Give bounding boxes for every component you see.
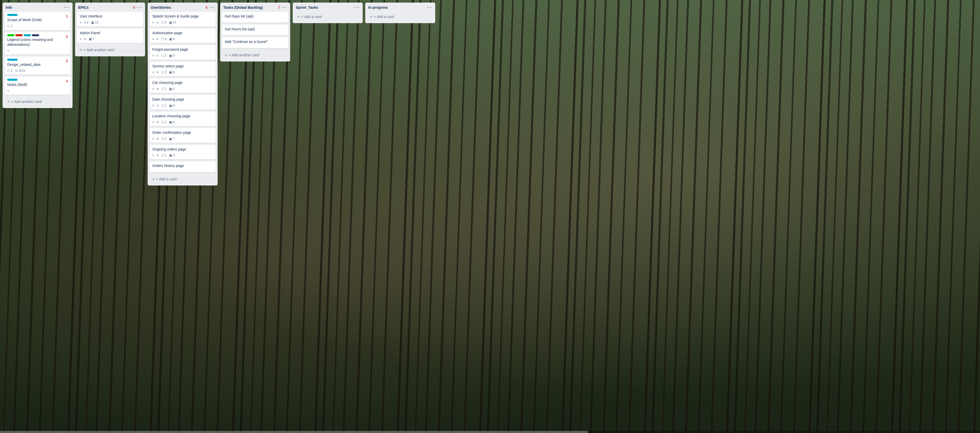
attach-icon: ⬡ xyxy=(7,69,10,73)
list-item[interactable]: 2Legend (colors meaning and abbreviation… xyxy=(5,32,70,54)
badge-attach: ⬡ 1 xyxy=(161,120,167,124)
add-card-btn-inprogress[interactable]: ++ Add a card xyxy=(367,12,433,21)
add-card-label: + Add another card xyxy=(11,100,42,103)
card-icon: ▣ xyxy=(169,70,172,74)
list-item[interactable]: Get Days list (api) xyxy=(222,12,288,23)
card-badges: ≡ ≡ ⬡ 2 ▣ 8 xyxy=(152,70,213,74)
card-number: 2 xyxy=(66,34,68,38)
column-header-inprogress: In progress··· xyxy=(365,3,435,12)
badge-hamburger: ≡ xyxy=(152,70,154,74)
column-menu-info[interactable]: ··· xyxy=(64,5,70,10)
column-body-info: 1Scope of Work (SoW) ⬡ 1 2Legend (colors… xyxy=(3,12,73,97)
badge-value: 4 xyxy=(165,21,167,24)
hamburger-icon: ≡ xyxy=(152,70,154,74)
column-menu-tasks[interactable]: ··· xyxy=(282,5,287,10)
add-card-btn-userstories[interactable]: ++ Add a card xyxy=(150,175,216,183)
column-header-epics: EPICs5··· xyxy=(75,3,145,12)
card-label xyxy=(7,79,18,81)
column-menu-epics[interactable]: ··· xyxy=(137,5,142,10)
badge-card: ▣ 8 xyxy=(169,70,175,74)
list-item[interactable]: Ongoing orders page≡ ≡ ⬡ 1 ▣ 3 xyxy=(150,145,216,159)
list-item[interactable]: Authorization page≡ ≡ ⬡ 4 ▣ 9 xyxy=(150,29,216,43)
badge-hamburger: ≡ xyxy=(84,37,86,41)
column-userstories: UserStories6···Splash Screen & Guide pag… xyxy=(148,3,218,186)
badge-value: 4 xyxy=(173,87,175,91)
column-title-sprint: Sprint_Tasks xyxy=(296,5,353,10)
add-card-btn-tasks[interactable]: ++ Add another card xyxy=(222,51,288,59)
card-number: 3 xyxy=(66,59,68,63)
card-number: 1 xyxy=(66,14,68,18)
attach-icon: ⬡ xyxy=(161,153,164,157)
badge-value: 2 xyxy=(165,54,167,57)
list-item[interactable]: Add "Continue as a Guest" xyxy=(222,37,288,48)
list-item[interactable]: Order confirmation page≡ ≡ ⬡ 2 ▣ 7 xyxy=(150,128,216,143)
column-title-tasks: Tasks (Global Backlog) xyxy=(223,5,277,10)
add-card-btn-sprint[interactable]: ++ Add a card xyxy=(295,12,361,21)
list-item[interactable]: Splash Screen & Guide page≡ ≡ ⬡ 4 ▣ 11 xyxy=(150,12,216,27)
attach-icon: ⬡ xyxy=(161,54,164,57)
card-icon: ▣ xyxy=(169,103,172,108)
card-title: Add "Continue as a Guest" xyxy=(225,39,285,45)
badge-card: ▣ 9 xyxy=(169,37,175,41)
badge-card: ▣ 5 xyxy=(169,54,175,57)
hamburger-icon: ≡ xyxy=(7,89,9,92)
horizontal-scrollbar[interactable] xyxy=(0,431,980,433)
attach-icon: ⬡ xyxy=(161,87,164,91)
card-title: Splash Screen & Guide page xyxy=(152,14,213,19)
badge-hamburger: ≡ xyxy=(80,21,81,24)
card-badges: ≡ xyxy=(7,49,68,53)
card-title: Design_related_data xyxy=(7,62,68,67)
badge-hamburger: ≡ xyxy=(7,89,9,92)
column-menu-userstories[interactable]: ··· xyxy=(209,5,215,10)
attach-icon: ⬡ xyxy=(7,24,10,28)
card-title: Admin Panel xyxy=(80,30,140,36)
list-item[interactable]: 4Notes (Wolf) ≡ xyxy=(5,76,70,95)
badge-value: 5 xyxy=(173,54,175,57)
column-body-epics: User Interface≡ ≡ 2 ▣ 15 Admin Panel≡ ≡ … xyxy=(75,12,145,45)
card-icon: ▣ xyxy=(169,137,172,141)
card-badges: ≡ xyxy=(7,89,68,92)
list-item[interactable]: Location choosing page≡ ≡ ⬡ 1 ▣ 8 xyxy=(150,111,216,126)
badge-hamburger: ≡ xyxy=(7,49,9,53)
list-item[interactable]: Get Hours list (api) xyxy=(222,25,288,35)
list-item[interactable]: 3Design_related_data ⬡ 2 ☑ 9/13 xyxy=(5,57,70,75)
list-item[interactable]: Admin Panel≡ ≡ ▣ 7 xyxy=(77,29,143,43)
hamburger-icon: ≡ xyxy=(157,103,159,108)
hamburger-icon: ≡ xyxy=(157,153,159,157)
list-item[interactable]: Service select page≡ ≡ ⬡ 2 ▣ 8 xyxy=(150,62,216,76)
badge-card: ▣ 7 xyxy=(169,137,175,141)
list-item[interactable]: Forgot password page≡ ≡ ⬡ 2 ▣ 5 xyxy=(150,45,216,60)
hamburger-icon: ≡ xyxy=(80,37,81,41)
column-menu-inprogress[interactable]: ··· xyxy=(427,5,432,10)
list-item[interactable]: Car choosing page≡ ≡ ⬡ 1 ▣ 4 xyxy=(150,78,216,93)
hamburger-icon: ≡ xyxy=(152,37,154,41)
list-item[interactable]: Date choosing page≡ ≡ ⬡ 1 ▣ 8 xyxy=(150,95,216,110)
badge-value: 7 xyxy=(92,37,94,41)
legend-dot xyxy=(16,34,22,36)
list-item[interactable]: 1Scope of Work (SoW) ⬡ 1 xyxy=(5,12,70,30)
legend-dot xyxy=(32,34,39,36)
add-card-btn-info[interactable]: ++ Add another card xyxy=(5,97,70,106)
add-card-btn-epics[interactable]: ++ Add another card xyxy=(77,46,143,54)
attach-icon: ⬡ xyxy=(161,70,164,74)
kanban-board[interactable]: Info···1Scope of Work (SoW) ⬡ 1 2Legend … xyxy=(0,0,980,433)
add-card-label: + Add another card xyxy=(229,53,259,57)
badge-value: 1 xyxy=(165,154,167,157)
badge-attach: ⬡ 2 xyxy=(7,69,13,73)
card-title: Legend (colors meaning and abbreviations… xyxy=(7,37,68,47)
column-menu-sprint[interactable]: ··· xyxy=(354,5,360,10)
column-header-info: Info··· xyxy=(3,3,73,12)
badge-hamburger: ≡ xyxy=(152,54,154,57)
card-icon: ▣ xyxy=(169,54,172,57)
list-item[interactable]: User Interface≡ ≡ 2 ▣ 15 xyxy=(77,12,143,27)
legend-colors xyxy=(7,34,66,36)
badge-card: ▣ 7 xyxy=(89,37,94,41)
badge-value: 2 xyxy=(165,137,167,140)
hamburger-icon: ≡ xyxy=(157,70,159,74)
badge-value: 2 xyxy=(11,69,13,73)
card-title: Order confirmation page xyxy=(152,130,213,135)
card-icon: ▣ xyxy=(169,21,172,24)
list-item[interactable]: Orders history page xyxy=(150,161,216,172)
column-body-userstories: Splash Screen & Guide page≡ ≡ ⬡ 4 ▣ 11 A… xyxy=(148,12,218,174)
card-label xyxy=(7,59,18,61)
